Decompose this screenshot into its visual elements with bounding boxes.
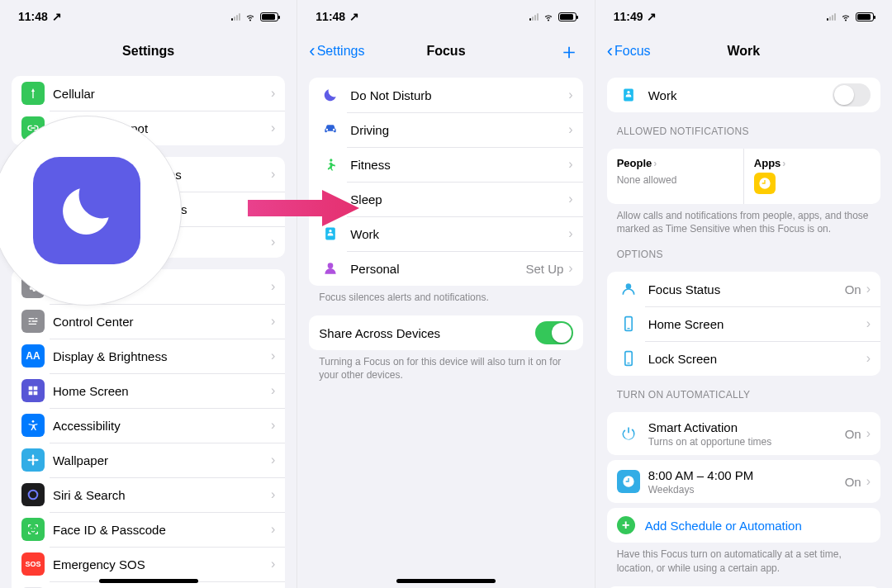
allowed-apps[interactable]: Apps› <box>743 149 880 204</box>
chevron-right-icon: › <box>568 261 572 276</box>
row-smart-activation[interactable]: Smart ActivationTurns on at opportune ti… <box>607 412 880 455</box>
navbar: ‹Focus Work <box>595 33 892 69</box>
chevron-right-icon: › <box>568 226 572 241</box>
sliders-icon <box>21 310 45 333</box>
focus-footer: Focus silences alerts and notifications. <box>297 286 594 304</box>
arrow-icon <box>248 183 363 233</box>
chevron-right-icon: › <box>271 121 275 135</box>
accessibility-icon <box>21 414 45 437</box>
clock-icon <box>617 470 640 493</box>
chevron-right-icon: › <box>866 426 871 441</box>
row-dnd[interactable]: Do Not Disturb› <box>309 78 582 112</box>
chevron-right-icon: › <box>271 314 275 329</box>
chevron-right-icon: › <box>271 383 275 398</box>
share-toggle[interactable] <box>535 321 573 344</box>
row-add-schedule[interactable]: + Add Schedule or Automation <box>607 508 880 543</box>
back-button[interactable]: ‹Focus <box>607 42 651 60</box>
auto-header: TURN ON AUTOMATICALLY <box>595 376 892 405</box>
phone-focus: 11:48↗ ‹Settings Focus ＋ Do Not Disturb›… <box>297 0 594 588</box>
chevron-right-icon: › <box>782 158 785 169</box>
chevron-right-icon: › <box>866 282 871 296</box>
power-icon <box>617 422 640 445</box>
svg-marker-15 <box>248 190 359 226</box>
moon-icon <box>319 83 342 107</box>
focus-icon-callout <box>0 116 182 306</box>
chevron-right-icon: › <box>271 418 275 433</box>
chevron-right-icon: › <box>271 167 275 182</box>
chevron-right-icon: › <box>271 86 275 101</box>
signal-icon <box>529 12 539 21</box>
svg-point-3 <box>32 420 35 423</box>
allowed-header: ALLOWED NOTIFICATIONS <box>595 112 892 142</box>
auto-footer: Have this Focus turn on automatically at… <box>595 543 892 574</box>
row-schedule[interactable]: 8:00 AM – 4:00 PMWeekdays On› <box>607 460 880 503</box>
chevron-right-icon: › <box>866 474 871 489</box>
navbar: Settings <box>0 33 297 69</box>
row-display[interactable]: AADisplay & Brightness› <box>12 339 285 373</box>
row-fitness[interactable]: Fitness› <box>309 147 582 182</box>
runner-icon <box>319 153 342 176</box>
row-siri[interactable]: Siri & Search› <box>12 477 285 512</box>
time: 11:49 <box>614 10 643 23</box>
chevron-right-icon: › <box>866 351 871 366</box>
share-footer: Turning a Focus on for this device will … <box>297 350 594 382</box>
siri-icon <box>21 483 45 506</box>
chevron-right-icon: › <box>568 157 572 172</box>
back-button[interactable]: ‹Settings <box>309 42 364 60</box>
chevron-right-icon: › <box>653 158 657 169</box>
badge-icon <box>617 83 640 107</box>
phone-icon <box>617 347 640 370</box>
location-icon: ↗ <box>647 10 657 23</box>
chevron-right-icon: › <box>271 453 275 467</box>
add-button[interactable]: ＋ <box>558 40 580 62</box>
antenna-icon <box>21 82 45 105</box>
battery-icon <box>856 12 874 21</box>
row-accessibility[interactable]: Accessibility› <box>12 408 285 443</box>
time: 11:48 <box>18 10 48 23</box>
row-faceid[interactable]: Face ID & Passcode› <box>12 512 285 547</box>
battery-icon <box>260 12 278 21</box>
row-opt-home[interactable]: Home Screen› <box>607 306 880 341</box>
row-wallpaper[interactable]: Wallpaper› <box>12 443 285 477</box>
flower-icon <box>21 448 45 472</box>
chevron-right-icon: › <box>271 487 275 502</box>
phone-icon <box>617 312 640 335</box>
row-focus-status[interactable]: Focus StatusOn› <box>607 272 880 306</box>
signal-icon <box>231 12 240 21</box>
row-sos[interactable]: SOSEmergency SOS› <box>12 547 285 581</box>
chevron-right-icon: › <box>271 235 275 249</box>
status-bar: 11:49↗ <box>595 0 892 33</box>
row-driving[interactable]: Driving› <box>309 112 582 147</box>
row-work-toggle[interactable]: Work <box>607 78 880 112</box>
page-title: Focus <box>426 44 465 59</box>
location-icon: ↗ <box>52 10 62 23</box>
location-icon: ↗ <box>349 10 359 23</box>
grid-icon <box>21 379 45 402</box>
page-title: Work <box>727 44 760 59</box>
chevron-right-icon: › <box>271 349 275 363</box>
row-cellular[interactable]: Cellular › <box>12 76 285 111</box>
chevron-right-icon: › <box>568 88 572 102</box>
plus-icon: + <box>617 516 635 534</box>
chevron-right-icon: › <box>568 192 572 206</box>
home-indicator[interactable] <box>99 579 198 583</box>
row-opt-lock[interactable]: Lock Screen› <box>607 341 880 376</box>
car-icon <box>319 118 342 141</box>
page-title: Settings <box>122 44 174 59</box>
row-control-center[interactable]: Control Center› <box>12 304 285 339</box>
home-indicator[interactable] <box>396 579 496 583</box>
row-home-screen[interactable]: Home Screen› <box>12 373 285 408</box>
chevron-left-icon: ‹ <box>309 42 315 60</box>
work-toggle[interactable] <box>833 83 871 107</box>
allowed-people[interactable]: People› None allowed <box>607 149 743 204</box>
row-personal[interactable]: PersonalSet Up› <box>309 251 582 286</box>
chevron-right-icon: › <box>271 522 275 537</box>
clock-app-icon <box>754 173 776 194</box>
signal-icon <box>827 12 836 21</box>
focus-app-icon <box>33 157 140 264</box>
row-share[interactable]: Share Across Devices <box>309 315 582 350</box>
status-bar: 11:48↗ <box>297 0 594 33</box>
person-icon <box>319 257 342 280</box>
time: 11:48 <box>316 10 345 23</box>
chevron-right-icon: › <box>866 316 871 331</box>
